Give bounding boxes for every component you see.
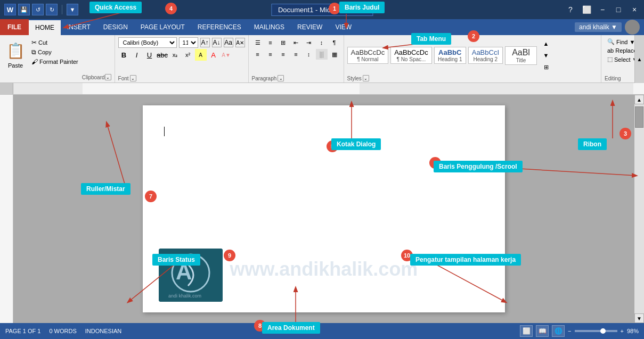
format-painter-label: Format Painter — [39, 59, 78, 65]
zoom-minus-icon[interactable]: − — [568, 328, 571, 334]
justify-button[interactable]: ≡ — [290, 49, 302, 60]
style-no-spacing-preview: AaBbCcDc — [394, 48, 428, 56]
ribbon-display-button[interactable]: ⬜ — [579, 3, 594, 16]
style-heading1[interactable]: AaBbC Heading 1 — [434, 47, 466, 64]
bullets-button[interactable]: ☰ — [252, 37, 264, 48]
styles-scroll-up[interactable]: ▲ — [540, 38, 552, 49]
decrease-indent-button[interactable]: ⇤ — [290, 37, 302, 48]
shading-button[interactable]: A▼ — [221, 49, 232, 61]
svg-text:A: A — [176, 259, 192, 284]
tab-home[interactable]: HOME — [29, 19, 61, 35]
copy-button[interactable]: ⧉ Copy — [30, 48, 80, 56]
tab-review[interactable]: REVIEW — [291, 19, 329, 35]
bold-button[interactable]: B — [118, 49, 130, 61]
document-title: Document1 - Microsoft Word — [271, 4, 373, 16]
clipboard-group: 📋 Paste ✂ Cut ⧉ Copy 🖌 Format Painter Cl… — [0, 35, 115, 82]
restore-button[interactable]: □ — [611, 3, 626, 16]
tab-view[interactable]: VIEW — [329, 19, 358, 35]
cut-button[interactable]: ✂ Cut — [30, 38, 80, 47]
scroll-track[interactable] — [634, 104, 644, 313]
replace-icon: ab — [607, 47, 614, 54]
tab-references[interactable]: REFERENCES — [191, 19, 248, 35]
tab-design[interactable]: DESIGN — [97, 19, 134, 35]
customize-button[interactable]: ▼ — [67, 4, 78, 15]
font-group: Calibri (Body) 11 A↑ A↓ Aa A✕ B I U abc … — [115, 35, 249, 82]
style-heading2[interactable]: AaBbCcI Heading 2 — [468, 47, 503, 64]
styles-expand[interactable]: ⌄ — [363, 75, 369, 81]
numbering-button[interactable]: ≡ — [265, 37, 276, 48]
show-hide-button[interactable]: ¶ — [329, 37, 340, 48]
user-avatar — [625, 20, 640, 35]
zoom-thumb — [600, 328, 606, 334]
decrease-font-button[interactable]: A↓ — [212, 38, 222, 47]
zoom-slider[interactable] — [575, 330, 617, 332]
ruler-marks-svg — [13, 83, 633, 95]
shading-para-button[interactable]: ░ — [316, 49, 328, 60]
style-h1-label: Heading 1 — [438, 56, 462, 62]
status-bar: PAGE 1 OF 1 0 WORDS INDONESIAN ⬜ 📖 🌐 − +… — [0, 323, 644, 339]
strikethrough-button[interactable]: abc — [157, 49, 168, 61]
font-color-button[interactable]: A — [208, 49, 219, 61]
clear-format-button[interactable]: A✕ — [235, 38, 245, 47]
scroll-down-button[interactable]: ▼ — [634, 313, 644, 323]
align-center-button[interactable]: ≡ — [265, 49, 276, 60]
web-layout-button[interactable]: 🌐 — [552, 325, 565, 337]
minimize-button[interactable]: − — [595, 3, 610, 16]
paragraph-group: ☰ ≡ ⊞ ⇤ ⇥ ↕ ¶ ≡ ≡ ≡ ≡ ↕ ░ ▦ Paragraph ⌄ — [249, 35, 344, 82]
close-button[interactable]: × — [627, 3, 642, 16]
subscript-button[interactable]: x₂ — [169, 49, 181, 61]
ribbon-scroll-up[interactable]: ▲ — [634, 35, 644, 83]
ruler-corner — [0, 83, 13, 94]
help-button[interactable]: ? — [563, 3, 578, 16]
document-page[interactable]: A andi khalik.com www.andikhalik.com — [143, 105, 505, 312]
align-right-button[interactable]: ≡ — [278, 49, 289, 60]
tab-file[interactable]: FILE — [0, 19, 29, 35]
para-expand[interactable]: ⌄ — [278, 75, 284, 81]
window-controls: ? ⬜ − □ × — [563, 3, 644, 16]
change-case-button[interactable]: Aa — [224, 38, 233, 47]
style-no-spacing-label: ¶ No Spac... — [397, 56, 426, 62]
align-left-button[interactable]: ≡ — [252, 49, 264, 60]
zoom-plus-icon[interactable]: + — [621, 328, 624, 334]
ruler-vertical — [0, 95, 13, 323]
paste-label: Paste — [8, 62, 23, 69]
word-count: 0 WORDS — [49, 328, 76, 334]
styles-scroll-down[interactable]: ▼ — [540, 50, 552, 61]
redo-button[interactable]: ↻ — [46, 4, 58, 15]
increase-font-button[interactable]: A↑ — [200, 38, 210, 47]
italic-button[interactable]: I — [131, 49, 143, 61]
underline-button[interactable]: U — [144, 49, 156, 61]
format-painter-button[interactable]: 🖌 Format Painter — [30, 57, 80, 66]
document-area[interactable]: A andi khalik.com www.andikhalik.com — [13, 95, 634, 323]
tab-insert[interactable]: INSERT — [61, 19, 97, 35]
superscript-button[interactable]: x² — [182, 49, 194, 61]
styles-more[interactable]: ⊞ — [540, 62, 552, 72]
scroll-thumb[interactable] — [635, 106, 643, 128]
style-title[interactable]: AaBl Title — [505, 46, 537, 65]
sort-button[interactable]: ↕ — [316, 37, 328, 48]
clipboard-small-buttons: ✂ Cut ⧉ Copy 🖌 Format Painter — [30, 37, 80, 66]
title-bar: W 💾 ↺ ↻ ▼ Document1 - Microsoft Word ? ⬜… — [0, 0, 644, 19]
full-reading-button[interactable]: 📖 — [536, 325, 549, 337]
increase-indent-button[interactable]: ⇥ — [303, 37, 315, 48]
print-layout-button[interactable]: ⬜ — [520, 325, 533, 337]
find-icon: 🔍 — [607, 38, 615, 45]
paste-button[interactable]: 📋 Paste — [3, 37, 28, 70]
tab-mailings[interactable]: MAILINGS — [248, 19, 291, 35]
font-size-select[interactable]: 11 — [179, 37, 198, 48]
undo-button[interactable]: ↺ — [32, 4, 44, 15]
user-name[interactable]: andi khalik ▼ — [575, 22, 622, 32]
scroll-up-button[interactable]: ▲ — [634, 95, 644, 104]
font-name-select[interactable]: Calibri (Body) — [118, 37, 177, 48]
text-highlight-button[interactable]: A — [195, 49, 207, 61]
save-button[interactable]: 💾 — [18, 4, 30, 15]
scrollbar-vertical[interactable]: ▲ ▼ — [634, 95, 644, 323]
line-spacing-button[interactable]: ↕ — [303, 49, 315, 60]
tab-page-layout[interactable]: PAGE LAYOUT — [134, 19, 191, 35]
style-no-spacing[interactable]: AaBbCcDc ¶ No Spac... — [390, 47, 432, 64]
multilevel-button[interactable]: ⊞ — [278, 37, 289, 48]
font-expand[interactable]: ⌄ — [130, 75, 136, 81]
borders-button[interactable]: ▦ — [329, 49, 340, 60]
clipboard-expand[interactable]: ⌄ — [105, 74, 111, 80]
style-normal[interactable]: AaBbCcDc ¶ Normal — [347, 47, 389, 64]
